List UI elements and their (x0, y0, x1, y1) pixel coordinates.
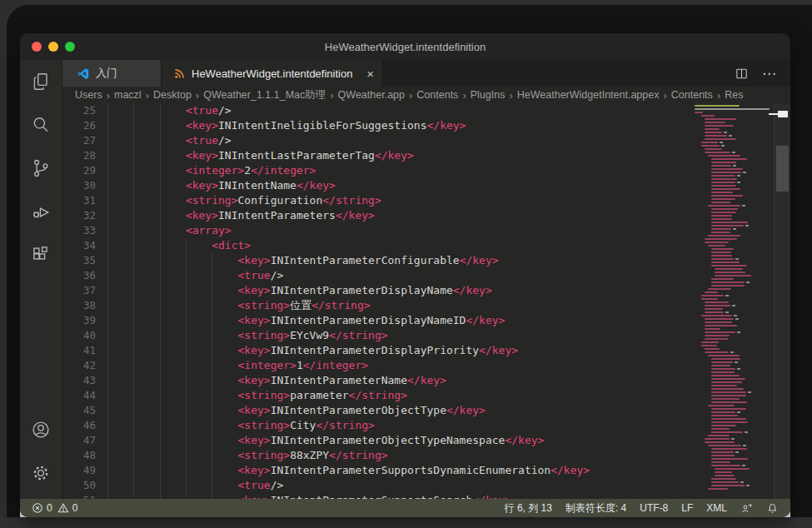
code-line[interactable]: 41<key>INIntentParameterDisplayPriority<… (62, 343, 790, 358)
editor[interactable]: 25<true/>26<key>INIntentIneligibleForSug… (62, 103, 790, 499)
source-control-icon[interactable] (20, 147, 62, 190)
minimap-line (708, 235, 740, 237)
close-window-button[interactable] (32, 42, 42, 52)
code-line[interactable]: 50<true/> (62, 478, 790, 493)
breadcrumb-item[interactable]: PlugIns (471, 89, 506, 101)
code-area[interactable]: 25<true/>26<key>INIntentIneligibleForSug… (62, 103, 790, 499)
breadcrumb-item[interactable]: Users (75, 89, 102, 101)
code-line[interactable]: 36<true/> (62, 268, 790, 283)
tab-intentdefinition[interactable]: HeWeatherWidget.intentdefinition × (161, 60, 383, 87)
problems-errors[interactable]: 0 (32, 502, 52, 514)
xml-tag-token: </key> (472, 494, 511, 499)
scrollbar[interactable] (774, 103, 790, 499)
code-line[interactable]: 43<key>INIntentParameterName</key> (62, 373, 790, 388)
line-number: 43 (62, 373, 96, 388)
extensions-icon[interactable] (20, 233, 62, 276)
indent-guide (133, 298, 134, 313)
code-line[interactable]: 28<key>INIntentLastParameterTag</key> (62, 148, 790, 163)
minimap[interactable] (695, 103, 775, 499)
breadcrumb-item[interactable]: Res (725, 89, 743, 101)
indent-guide (133, 238, 134, 253)
accounts-icon[interactable] (20, 408, 62, 451)
minimap-line (711, 428, 730, 430)
close-tab-icon[interactable]: × (366, 67, 374, 80)
titlebar[interactable]: HeWeatherWidget.intentdefinition (20, 33, 790, 60)
code-line[interactable]: 42<integer>1</integer> (62, 358, 790, 373)
indent-guide (107, 388, 108, 403)
indent-guide (133, 148, 134, 163)
minimap-line (711, 228, 731, 230)
zoom-window-button[interactable] (65, 42, 75, 52)
encoding[interactable]: UTF-8 (640, 502, 668, 514)
code-line[interactable]: 49<key>INIntentParameterSupportsDynamicE… (62, 463, 790, 478)
indent-guide (186, 418, 187, 433)
minimap-line (711, 411, 735, 413)
scrollbar-thumb[interactable] (776, 146, 789, 192)
scrollbar-marker (778, 111, 788, 117)
indent-guide (133, 433, 134, 448)
code-line[interactable]: 34<dict> (62, 238, 790, 253)
breadcrumb-item[interactable]: QWeather.app (338, 89, 405, 101)
code-line[interactable]: 25<true/> (62, 103, 790, 118)
xml-tag-token: <string> (186, 194, 238, 207)
code-line[interactable]: 35<key>INIntentParameterConfigurable</ke… (62, 253, 790, 268)
split-editor-icon[interactable] (735, 67, 749, 81)
code-line[interactable]: 30<key>INIntentName</key> (62, 178, 790, 193)
breadcrumb-item[interactable]: Desktop (153, 89, 192, 101)
code-line[interactable]: 47<key>INIntentParameterObjectTypeNamesp… (62, 433, 790, 448)
breadcrumb-item[interactable]: Contents (416, 89, 458, 101)
code-line[interactable]: 46<string>City</string> (62, 418, 790, 433)
code-line[interactable]: 51<key>INIntentParameterSupportsSearch</… (62, 493, 790, 499)
indent-guide (107, 358, 108, 373)
indent-guide (133, 133, 134, 148)
cursor-position[interactable]: 行 6, 列 13 (505, 501, 552, 516)
feedback-icon[interactable] (740, 502, 753, 515)
code-line[interactable]: 32<key>INIntentParameters</key> (62, 208, 790, 223)
breadcrumb-item[interactable]: HeWeatherWidgetIntent.appex (517, 89, 660, 101)
code-line[interactable]: 33<array> (62, 223, 790, 238)
minimize-window-button[interactable] (48, 42, 58, 52)
xml-text-token: INIntentParameterConfigurable (271, 254, 460, 266)
line-number: 45 (62, 403, 96, 418)
tab-label: HeWeatherWidget.intentdefinition (192, 67, 352, 80)
breadcrumb[interactable]: Users›maczl›Desktop›QWeather_1.1.1_Mac助理… (62, 87, 790, 103)
code-line[interactable]: 26<key>INIntentIneligibleForSuggestions<… (62, 118, 790, 133)
code-line[interactable]: 38<string>位置</string> (62, 298, 790, 313)
minimap-line (705, 348, 720, 350)
code-line[interactable]: 45<key>INIntentParameterObjectType</key> (62, 403, 790, 418)
minimap-line (701, 345, 717, 346)
language-mode[interactable]: XML (706, 502, 727, 514)
explorer-icon[interactable] (20, 60, 62, 103)
run-debug-icon[interactable] (20, 190, 62, 233)
indent-guide (160, 328, 161, 343)
indentation[interactable]: 制表符长度: 4 (565, 501, 626, 516)
minimap-line (711, 368, 735, 370)
indent-guide (186, 253, 187, 268)
problems-warnings[interactable]: 0 (57, 502, 78, 514)
breadcrumb-item[interactable]: maczl (114, 89, 142, 101)
xml-tag-token: </string> (329, 449, 387, 461)
breadcrumb-item[interactable]: Contents (671, 89, 713, 101)
indent-guide (133, 118, 134, 133)
code-line[interactable]: 40<string>EYcVw9</string> (62, 328, 790, 343)
code-line[interactable]: 39<key>INIntentParameterDisplayNameID</k… (62, 313, 790, 328)
xml-tag-token: <dict> (212, 239, 251, 252)
eol-sequence[interactable]: LF (681, 502, 693, 514)
indent-guide (160, 373, 161, 388)
more-actions-icon[interactable]: ⋯ (762, 65, 777, 82)
breadcrumb-item[interactable]: QWeather_1.1.1_Mac助理 (203, 88, 326, 102)
minimap-line (711, 425, 736, 426)
code-line[interactable]: 29<integer>2</integer> (62, 163, 790, 178)
code-line[interactable]: 37<key>INIntentParameterDisplayName</key… (62, 283, 790, 298)
tab-getting-started[interactable]: 入门 (62, 60, 161, 87)
code-line[interactable]: 31<string>Configuration</string> (62, 193, 790, 208)
indent-guide (133, 103, 134, 118)
code-line[interactable]: 44<string>parameter</string> (62, 388, 790, 403)
bell-icon[interactable] (766, 502, 779, 515)
settings-gear-icon[interactable] (20, 451, 62, 495)
minimap-line (701, 298, 718, 300)
code-line[interactable]: 48<string>88xZPY</string> (62, 448, 790, 463)
code-line[interactable]: 27<true/> (62, 133, 790, 148)
search-icon[interactable] (20, 103, 62, 147)
indent-guide (160, 298, 161, 313)
